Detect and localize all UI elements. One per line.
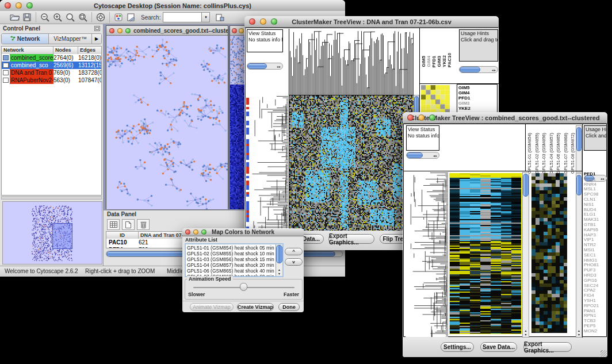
data-col-id[interactable]: ID <box>106 232 139 239</box>
minimize-button[interactable] <box>193 229 198 235</box>
main-title-bar[interactable]: Cytoscape Desktop (Session Name: collins… <box>0 0 345 12</box>
gene-label[interactable]: NIS1 <box>584 202 607 208</box>
zoom-fit-icon[interactable] <box>64 12 76 23</box>
gene-label[interactable]: PEP5 <box>584 324 607 329</box>
minimize-button[interactable] <box>16 2 22 9</box>
attribute-list-item[interactable]: GPL51-04 (GSM857) heat shock 20 min <box>187 262 281 268</box>
minimize-button[interactable] <box>418 114 424 121</box>
attribute-list-item[interactable]: GPL51-01 (GSM854) heat shock 05 min <box>187 245 281 251</box>
gene-label[interactable]: SEC24 <box>584 283 607 289</box>
gene-label[interactable]: PAN1 <box>584 309 607 314</box>
zoom-out-icon[interactable] <box>39 12 51 23</box>
treeview1-row-dendrogram[interactable] <box>249 95 288 231</box>
treeview1-column-dendrogram[interactable] <box>289 29 414 95</box>
col-header-network[interactable]: Network <box>2 47 53 54</box>
minimize-button[interactable] <box>260 18 266 25</box>
gene-label[interactable]: RPN1 <box>584 313 607 319</box>
zoom-selected-icon[interactable] <box>76 12 89 23</box>
treeview2-row-dendrogram[interactable] <box>406 172 448 337</box>
gene-label[interactable]: GPI16 <box>584 278 607 283</box>
treeview2-zoom-heatmap[interactable] <box>531 173 567 333</box>
col-header-nodes[interactable]: Nodes <box>53 47 78 54</box>
export-graphics-button[interactable]: Export Graphics... <box>328 234 374 244</box>
gene-label[interactable]: CPA2 <box>584 288 607 293</box>
treeview1-zoom-matrix[interactable] <box>421 85 450 114</box>
close-button[interactable] <box>249 18 255 25</box>
gene-label[interactable]: SPC98 <box>584 192 607 197</box>
gene-label[interactable]: YRA1 <box>584 177 607 182</box>
gene-label[interactable]: HAP3 <box>584 233 607 238</box>
close-button[interactable] <box>5 2 11 9</box>
birdseye-canvas[interactable] <box>3 202 102 264</box>
vizmap-palette-icon[interactable] <box>112 12 125 23</box>
save-data-button[interactable]: Save Data... <box>480 342 517 352</box>
gene-label[interactable]: YKE2 <box>458 106 496 111</box>
help-lifebuoy-icon[interactable] <box>94 12 107 23</box>
treeview1-status-scrollbar[interactable]: ◂▸ <box>247 63 283 70</box>
attribute-select-icon[interactable] <box>107 219 120 230</box>
gene-label[interactable]: BUD4 <box>584 208 607 213</box>
tab-vizmapper[interactable]: VizMapper™ <box>49 34 92 44</box>
col-header-edges[interactable]: Edges <box>78 47 101 54</box>
gene-label[interactable]: RNR4 <box>584 182 607 187</box>
gene-label[interactable]: GTB1 <box>584 223 607 228</box>
network-table-row[interactable]: combined_sco 2569(6) 13112(15) <box>2 62 101 69</box>
frame-zoom-button[interactable] <box>125 28 131 33</box>
treeview2-zoom-vscrollbar[interactable]: ▴▾ <box>576 173 582 338</box>
gene-label[interactable]: CLN1 <box>584 197 607 202</box>
treeview1-heatmap[interactable] <box>289 95 414 231</box>
zoom-button[interactable] <box>429 114 435 121</box>
open-file-icon[interactable] <box>8 12 21 23</box>
treeview1-title-bar[interactable]: ClusterMaker TreeView : DNA and Tran 07-… <box>244 16 499 28</box>
tab-overflow-button[interactable]: ▶ <box>92 34 101 44</box>
gene-label[interactable]: GIM4 <box>458 90 496 95</box>
annotation-icon[interactable] <box>125 12 137 23</box>
frame2-minimize-button[interactable] <box>239 28 244 33</box>
gene-label[interactable]: YSH1 <box>584 298 607 304</box>
gene-label[interactable]: MAK31 <box>584 217 607 223</box>
close-button[interactable] <box>407 114 414 121</box>
resize-grip[interactable] <box>600 350 607 357</box>
treeview2-heatmap[interactable] <box>449 173 522 334</box>
frame-close-button[interactable] <box>109 28 114 33</box>
gene-label[interactable]: GIM5 <box>458 85 496 90</box>
panel-splitter[interactable] <box>1 196 102 200</box>
network-table-row[interactable]: RNAPuberNov2+ 563(0) 107847(0) <box>2 76 101 84</box>
gene-label[interactable]: MSI1 <box>584 248 607 253</box>
frame-minimize-button[interactable] <box>117 28 123 33</box>
done-button[interactable]: Done <box>278 303 300 311</box>
animate-vizmap-button[interactable]: Animate Vizmap <box>190 303 234 311</box>
frame2-close-button[interactable] <box>232 28 237 33</box>
network-canvas[interactable] <box>106 36 228 209</box>
create-vizmap-button[interactable]: Create Vizmap <box>237 303 274 311</box>
attribute-list[interactable]: GPL51-01 (GSM854) heat shock 05 minGPL51… <box>185 243 284 277</box>
gene-label[interactable]: KAP95 <box>584 228 607 233</box>
birdseye-view[interactable] <box>2 201 102 265</box>
gene-label[interactable]: NTR2 <box>584 243 607 248</box>
gene-label[interactable]: GIM3 <box>458 101 496 106</box>
zoom-button[interactable] <box>271 18 277 25</box>
gene-label[interactable]: HMG1 <box>584 258 607 263</box>
treeview2-gene-list[interactable]: PFD1YRA1RNR4MSL1SPC98CLN1NIS1BUD4ELG1MAK… <box>584 172 607 338</box>
attribute-list-item[interactable]: GPL51-03 (GSM856) heat shock 15 min <box>187 256 281 262</box>
scroll-arrows[interactable]: ▴▾ <box>523 329 529 337</box>
gene-label[interactable]: VIP1 <box>584 237 607 243</box>
gene-label[interactable]: TCB3 <box>584 319 607 324</box>
zoom-button[interactable] <box>201 229 206 235</box>
close-button[interactable] <box>185 229 190 235</box>
search-options-icon[interactable] <box>213 12 226 23</box>
treeview2-status-scrollbar[interactable]: ◂▸ <box>406 152 439 159</box>
gene-label[interactable]: FIG4 <box>584 293 607 298</box>
zoom-in-icon[interactable] <box>51 12 64 23</box>
gene-label[interactable]: PUF3 <box>584 268 607 273</box>
network-table-row[interactable]: DNA and Tran 07 769(0) 183728(0) <box>2 69 101 76</box>
new-attribute-icon[interactable] <box>122 219 135 230</box>
settings-button[interactable]: Settings... <box>441 342 474 352</box>
search-input[interactable] <box>163 12 202 22</box>
network-canvas-2[interactable] <box>230 36 245 209</box>
gene-label[interactable]: PFD1 <box>458 95 496 101</box>
gene-label[interactable]: MSL1 <box>584 187 607 192</box>
save-icon[interactable] <box>21 12 33 23</box>
attribute-list-item[interactable]: GPL51-02 (GSM855) heat shock 10 min <box>187 251 281 256</box>
zoom-button[interactable] <box>26 2 33 9</box>
